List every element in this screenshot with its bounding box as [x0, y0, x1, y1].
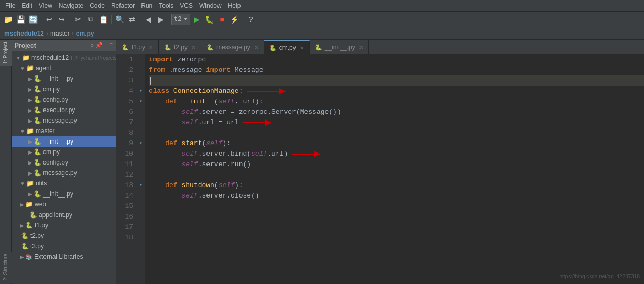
menu-file[interactable]: File: [2, 1, 18, 10]
master-message-label: message.py: [43, 169, 77, 177]
t2-label: t2.py: [30, 232, 44, 239]
project-gear-icon[interactable]: ⚙: [90, 42, 94, 49]
fold-7: [137, 117, 145, 128]
tree-agent-cm[interactable]: ▶ 🐍 cm.py: [12, 84, 116, 94]
toolbar-paste[interactable]: 📋: [97, 14, 109, 25]
line-numbers: 1 2 3 4 5 6 7 8 9 10 11 12 13 14 15 16 1…: [116, 54, 137, 284]
ln-15: 15: [116, 201, 133, 212]
structure-tab-label: 2: Structure: [3, 254, 8, 281]
kw-import-2: import: [206, 65, 231, 75]
toolbar-sep-3: [111, 15, 112, 24]
tree-agent-init[interactable]: ▶ 🐍 __init__.py: [12, 73, 116, 84]
tree-master-config[interactable]: ▶ 🐍 config.py: [12, 157, 116, 168]
tab-message-close[interactable]: ✕: [254, 45, 258, 50]
tree-master-message[interactable]: ▶ 🐍 message.py: [12, 168, 116, 178]
menu-refactor[interactable]: Refactor: [108, 1, 138, 10]
toolbar-open-folder[interactable]: 📁: [2, 14, 14, 25]
tab-init[interactable]: 🐍 __init__.py ✕: [310, 40, 369, 54]
ln-3: 3: [116, 75, 133, 86]
structure-panel-tab[interactable]: 2: Structure: [0, 252, 12, 283]
project-pin-icon[interactable]: 📌: [95, 42, 103, 49]
toolbar-save[interactable]: 💾: [15, 14, 26, 25]
tree-external-libs[interactable]: ▶ 📚 External Libraries: [12, 252, 116, 262]
fold-11: [137, 159, 145, 170]
project-collapse-icon[interactable]: −: [104, 42, 108, 49]
tab-cm[interactable]: 🐍 cm.py ✕: [264, 40, 310, 54]
toolbar-coverage[interactable]: ⚡: [229, 14, 241, 25]
menu-tools[interactable]: Tools: [156, 1, 177, 10]
tree-web-folder[interactable]: ▶ 📁 web: [12, 199, 116, 210]
run-config-dropdown[interactable]: t2 ▾: [171, 14, 190, 25]
tree-agent-executor[interactable]: ▶ 🐍 executor.py: [12, 105, 116, 115]
utils-folder-label: utils: [36, 180, 47, 187]
agent-config-arrow: ▶: [28, 97, 32, 103]
fold-5[interactable]: ▾: [137, 96, 145, 107]
toolbar-undo[interactable]: ↩: [43, 14, 55, 25]
code-content[interactable]: import zerorpc from .message import Mess…: [145, 54, 644, 284]
agent-executor-label: executor.py: [43, 106, 75, 114]
menu-navigate[interactable]: Navigate: [56, 1, 86, 10]
toolbar-debug[interactable]: 🐛: [204, 14, 215, 25]
toolbar-replace[interactable]: ⇄: [126, 14, 138, 25]
ln-8: 8: [116, 128, 133, 138]
fn-start: start: [181, 138, 202, 149]
breadcrumb-file[interactable]: cm.py: [76, 30, 94, 37]
tab-init-close[interactable]: ✕: [359, 45, 363, 50]
fold-4[interactable]: ▾: [137, 86, 145, 96]
tab-t1[interactable]: 🐍 t1.py ✕: [116, 40, 159, 54]
self-8: self: [219, 180, 235, 191]
toolbar-sep-1: [41, 15, 41, 24]
code-line-15: [149, 201, 644, 212]
tree-t1[interactable]: ▶ 🐍 t1.py: [12, 220, 116, 231]
toolbar-forward[interactable]: ▶: [155, 14, 167, 25]
menu-view[interactable]: View: [36, 1, 56, 10]
breadcrumb-sep-2: ›: [72, 30, 74, 37]
code-line-1: import zerorpc: [149, 54, 644, 65]
toolbar-sync[interactable]: 🔄: [27, 14, 39, 25]
project-panel-tab[interactable]: 1: Project: [0, 40, 12, 66]
tree-agent-folder[interactable]: ▼ 📁 agent: [12, 63, 116, 73]
menu-window[interactable]: Window: [196, 1, 225, 10]
toolbar-run[interactable]: ▶: [191, 14, 203, 25]
menu-help[interactable]: Help: [225, 1, 244, 10]
tree-utils-init[interactable]: ▶ 🐍 __init__.py: [12, 189, 116, 199]
menu-edit[interactable]: Edit: [18, 1, 36, 10]
menu-vcs[interactable]: VCS: [177, 1, 196, 10]
toolbar-cut[interactable]: ✂: [72, 14, 84, 25]
toolbar-stop[interactable]: ■: [216, 14, 228, 25]
tab-message[interactable]: 🐍 message.py ✕: [201, 40, 264, 54]
project-settings-icon[interactable]: ≡: [109, 42, 113, 49]
fold-13[interactable]: ▾: [137, 180, 145, 191]
toolbar-redo[interactable]: ↪: [56, 14, 68, 25]
fn-init: __init__: [181, 96, 214, 107]
web-folder-label: web: [35, 201, 46, 208]
tab-t2-close[interactable]: ✕: [191, 45, 195, 50]
tab-t2[interactable]: 🐍 t2.py ✕: [159, 40, 201, 54]
tree-root[interactable]: ▼ 📁 mschedule12 F:\PycharmProjects\msche…: [12, 52, 116, 63]
toolbar-find[interactable]: 🔍: [114, 14, 125, 25]
self-6: self: [251, 149, 267, 159]
tree-master-folder[interactable]: ▼ 📁 master: [12, 126, 116, 136]
menu-run[interactable]: Run: [138, 1, 156, 10]
toolbar-back[interactable]: ◀: [143, 14, 154, 25]
tree-appclient[interactable]: 🐍 appclient.py: [12, 210, 116, 220]
breadcrumb-project[interactable]: mschedule12: [4, 30, 44, 37]
menu-code[interactable]: Code: [86, 1, 108, 10]
tree-agent-message[interactable]: ▶ 🐍 message.py: [12, 115, 116, 126]
tree-t2[interactable]: 🐍 t2.py: [12, 231, 116, 241]
tree-agent-config[interactable]: ▶ 🐍 config.py: [12, 94, 116, 105]
tree-t3[interactable]: 🐍 t3.py: [12, 241, 116, 252]
agent-init-arrow: ▶: [28, 76, 32, 82]
code-line-14: self.server.close(): [149, 191, 644, 201]
tree-utils-folder[interactable]: ▼ 📁 utils: [12, 178, 116, 189]
fold-9[interactable]: ▾: [137, 138, 145, 149]
tab-t1-icon: 🐍: [122, 44, 129, 51]
toolbar-help[interactable]: ?: [245, 14, 257, 25]
breadcrumb-branch[interactable]: master: [50, 30, 70, 37]
tree-master-init[interactable]: ▶ 🐍 __init__.py: [12, 136, 116, 147]
toolbar-sep-2: [70, 15, 70, 24]
tab-t1-close[interactable]: ✕: [149, 45, 153, 50]
toolbar-copy[interactable]: ⧉: [85, 14, 96, 25]
tree-master-cm[interactable]: ▶ 🐍 cm.py: [12, 147, 116, 157]
tab-cm-close[interactable]: ✕: [300, 45, 304, 51]
